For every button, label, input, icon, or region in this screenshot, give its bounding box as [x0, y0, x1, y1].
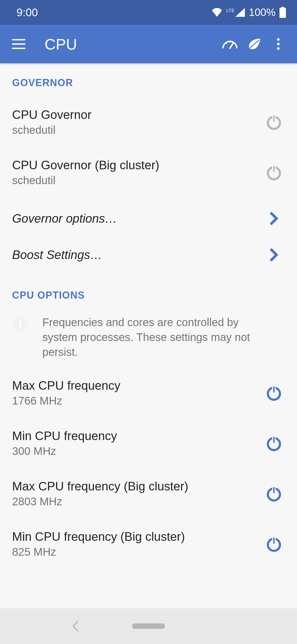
row-min-cpu-freq-big[interactable]: Min CPU frequency (Big cluster) 825 MHz [0, 519, 297, 569]
row-max-cpu-freq[interactable]: Max CPU frequency 1766 MHz [0, 368, 297, 418]
performance-gauge-button[interactable] [218, 32, 242, 56]
svg-rect-7 [273, 115, 275, 122]
chevron-right-icon [269, 211, 279, 226]
chevron-right-icon [269, 248, 279, 262]
svg-line-1 [226, 43, 227, 44]
max-cpu-freq-big-value: 2803 MHz [12, 495, 263, 508]
power-icon [265, 114, 282, 131]
battery-icon [279, 7, 286, 18]
svg-rect-11 [20, 323, 21, 328]
cpu-governor-value: schedutil [12, 124, 263, 136]
power-icon [265, 485, 282, 502]
menu-button[interactable] [7, 32, 31, 56]
status-right: LTE 100% [211, 7, 286, 18]
power-icon [265, 384, 282, 402]
max-cpu-freq-value: 1766 MHz [12, 395, 263, 407]
eco-mode-button[interactable] [242, 32, 266, 56]
row-min-cpu-freq[interactable]: Min CPU frequency 300 MHz [0, 418, 297, 468]
page-title: CPU [45, 35, 218, 53]
power-icon [265, 536, 282, 553]
leaf-icon [247, 38, 262, 50]
row-boost-settings[interactable]: Boost Settings… [0, 239, 297, 276]
cpu-governor-big-value: schedutil [12, 174, 263, 187]
content-area: GOVERNOR CPU Governor schedutil CPU Gove… [0, 63, 297, 608]
apply-on-boot-toggle-max-big[interactable] [263, 485, 285, 502]
vertical-dots-icon [277, 38, 280, 50]
hamburger-icon [12, 39, 26, 49]
row-cpu-governor[interactable]: CPU Governor schedutil [0, 97, 297, 147]
apply-on-boot-toggle-min-big[interactable] [263, 536, 285, 553]
nav-home-pill[interactable] [132, 623, 165, 629]
apply-on-boot-toggle[interactable] [263, 114, 285, 131]
power-icon [265, 164, 282, 181]
svg-rect-20 [273, 537, 275, 544]
row-governor-options[interactable]: Governor options… [0, 198, 297, 239]
svg-point-5 [277, 47, 280, 50]
apply-on-boot-toggle-min[interactable] [263, 435, 285, 452]
row-max-cpu-freq-big[interactable]: Max CPU frequency (Big cluster) 2803 MHz [0, 468, 297, 519]
svg-rect-14 [273, 386, 275, 393]
min-cpu-freq-value: 300 MHz [12, 445, 263, 457]
overflow-menu-button[interactable] [266, 32, 290, 56]
section-header-cpu-options: CPU OPTIONS [0, 276, 297, 309]
cpu-options-info-row: Frequencies and cores are controlled by … [0, 309, 297, 368]
status-bar: 9:00 LTE 100% [0, 0, 297, 25]
lte-signal-icon: LTE [226, 8, 245, 17]
cpu-governor-big-title: CPU Governor (Big cluster) [12, 158, 263, 172]
gauge-icon [222, 39, 238, 50]
cpu-options-info-text: Frequencies and cores are controlled by … [42, 315, 285, 359]
min-cpu-freq-big-title: Min CPU frequency (Big cluster) [12, 530, 263, 544]
min-cpu-freq-title: Min CPU frequency [12, 429, 263, 443]
info-icon [12, 316, 29, 332]
row-cpu-governor-big[interactable]: CPU Governor (Big cluster) schedutil [0, 147, 297, 198]
max-cpu-freq-title: Max CPU frequency [12, 379, 263, 392]
battery-percent: 100% [249, 7, 276, 18]
svg-line-0 [230, 42, 234, 48]
boost-settings-label: Boost Settings… [12, 248, 263, 262]
status-time: 9:00 [16, 6, 38, 19]
nav-back-button[interactable] [72, 621, 79, 632]
section-header-governor: GOVERNOR [0, 63, 297, 97]
max-cpu-freq-big-title: Max CPU frequency (Big cluster) [12, 479, 263, 493]
cpu-governor-title: CPU Governor [12, 108, 263, 122]
system-nav-bar [0, 608, 297, 644]
apply-on-boot-toggle-big[interactable] [263, 164, 285, 181]
svg-rect-9 [273, 165, 275, 173]
wifi-icon [211, 8, 222, 17]
svg-point-3 [277, 38, 280, 41]
svg-point-12 [19, 320, 21, 322]
apply-on-boot-toggle-max[interactable] [263, 384, 285, 402]
power-icon [265, 435, 282, 452]
svg-point-4 [277, 43, 280, 45]
min-cpu-freq-big-value: 825 MHz [12, 546, 263, 558]
svg-rect-18 [273, 487, 275, 494]
svg-rect-16 [273, 436, 275, 443]
chevron-left-icon [72, 621, 79, 632]
app-bar: CPU [0, 25, 297, 63]
governor-options-label: Governor options… [12, 212, 263, 225]
